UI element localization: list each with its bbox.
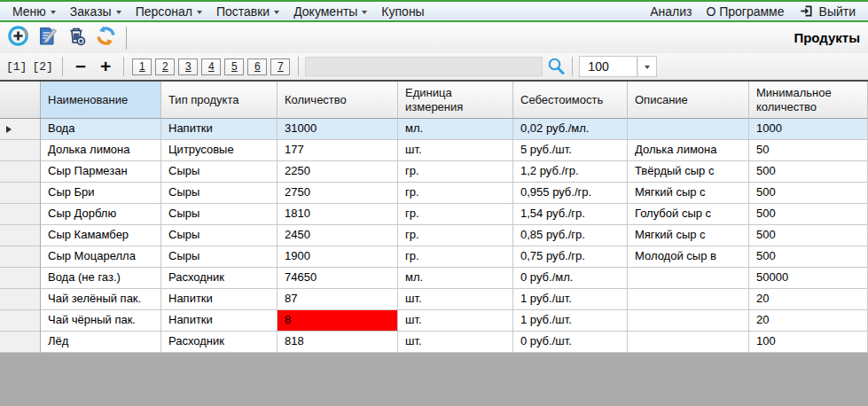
cell-min[interactable]: 500 (749, 246, 868, 268)
menubar-item-menu[interactable]: Меню (5, 2, 63, 20)
menubar-item-about[interactable]: О Программе (699, 4, 791, 19)
cell-unit[interactable]: мл. (398, 119, 513, 140)
cell-name[interactable]: Сыр Бри (41, 183, 161, 204)
cell-unit[interactable]: гр. (398, 183, 513, 204)
cell-unit[interactable]: гр. (398, 161, 513, 183)
cell-type[interactable]: Расходник (161, 268, 278, 289)
cell-min[interactable]: 500 (749, 183, 868, 204)
menubar-item-documents[interactable]: Документы (286, 2, 374, 20)
column-preset-button-5[interactable]: 5 (224, 59, 244, 75)
row-selector[interactable] (0, 140, 41, 161)
layout-button-1[interactable]: [1] (4, 60, 29, 74)
add-button[interactable] (4, 25, 31, 51)
cell-min[interactable]: 50000 (749, 268, 868, 289)
cell-min[interactable]: 20 (749, 289, 868, 310)
cell-desc[interactable]: Долька лимона (628, 140, 749, 161)
column-header-6[interactable]: Минимальное количество (749, 82, 868, 119)
column-preset-button-3[interactable]: 3 (178, 59, 198, 75)
cell-unit[interactable]: гр. (398, 246, 513, 268)
cell-unit[interactable]: шт. (398, 289, 513, 310)
delete-button[interactable] (63, 25, 90, 51)
cell-name[interactable]: Чай зелёный пак. (41, 289, 161, 310)
column-preset-button-2[interactable]: 2 (155, 59, 175, 75)
row-selector[interactable] (0, 161, 41, 183)
zoom-in-button[interactable]: + (94, 58, 117, 75)
cell-cost[interactable]: 1,54 руб./гр. (513, 204, 628, 225)
cell-desc[interactable]: Молодой сыр в (628, 246, 749, 268)
row-selector[interactable] (0, 268, 41, 289)
menubar-item-exit[interactable]: Выйти (792, 4, 863, 19)
cell-type[interactable]: Сыры (161, 225, 278, 246)
cell-desc[interactable]: Мягкий сыр с (628, 183, 749, 204)
cell-name[interactable]: Долька лимона (41, 140, 161, 161)
column-header-3[interactable]: Единица измерения (398, 82, 513, 119)
column-header-5[interactable]: Описание (628, 82, 749, 119)
row-selector[interactable] (0, 119, 41, 140)
cell-cost[interactable]: 0,75 руб./гр. (513, 246, 628, 268)
row-selector[interactable] (0, 204, 41, 225)
column-header-0[interactable]: Наименование (41, 82, 161, 119)
column-preset-button-7[interactable]: 7 (270, 59, 290, 75)
column-header-4[interactable]: Себестоимость (513, 82, 628, 119)
menubar-item-supplies[interactable]: Поставки (209, 2, 286, 20)
cell-cost[interactable]: 0,02 руб./мл. (513, 119, 628, 140)
column-header-2[interactable]: Количество (278, 82, 398, 119)
cell-desc[interactable] (628, 332, 749, 353)
cell-min[interactable]: 50 (749, 140, 868, 161)
refresh-button[interactable] (92, 25, 119, 51)
cell-name[interactable]: Сыр Дорблю (41, 204, 161, 225)
cell-type[interactable]: Сыры (161, 204, 278, 225)
cell-qty[interactable]: 31000 (278, 119, 398, 140)
cell-type[interactable]: Напитки (161, 310, 278, 332)
cell-name[interactable]: Сыр Моцарелла (41, 246, 161, 268)
column-preset-button-1[interactable]: 1 (132, 59, 152, 75)
cell-qty[interactable]: 2750 (278, 183, 398, 204)
cell-qty[interactable]: 8 (278, 310, 398, 332)
cell-qty[interactable]: 2450 (278, 225, 398, 246)
cell-min[interactable]: 500 (749, 204, 868, 225)
row-selector[interactable] (0, 225, 41, 246)
cell-desc[interactable]: Твёрдый сыр с (628, 161, 749, 183)
cell-desc[interactable] (628, 119, 749, 140)
row-selector[interactable] (0, 289, 41, 310)
search-button[interactable] (544, 56, 567, 77)
cell-name[interactable]: Сыр Пармезан (41, 161, 161, 183)
layout-button-2[interactable]: [2] (29, 60, 55, 74)
cell-cost[interactable]: 1 руб./шт. (513, 310, 628, 332)
cell-cost[interactable]: 1 руб./шт. (513, 289, 628, 310)
cell-unit[interactable]: шт. (398, 140, 513, 161)
cell-name[interactable]: Вода (не газ.) (41, 268, 161, 289)
cell-desc[interactable] (628, 310, 749, 332)
cell-desc[interactable] (628, 289, 749, 310)
page-size-value[interactable]: 100 (579, 56, 637, 77)
menubar-item-orders[interactable]: Заказы (63, 2, 129, 20)
cell-type[interactable]: Напитки (161, 289, 278, 310)
cell-qty[interactable]: 2250 (278, 161, 398, 183)
row-selector[interactable] (0, 246, 41, 268)
cell-type[interactable]: Цитрусовые (161, 140, 278, 161)
cell-min[interactable]: 500 (749, 161, 868, 183)
cell-unit[interactable]: гр. (398, 225, 513, 246)
cell-cost[interactable]: 0 руб./мл. (513, 268, 628, 289)
cell-qty[interactable]: 74650 (278, 268, 398, 289)
cell-min[interactable]: 500 (749, 225, 868, 246)
column-preset-button-6[interactable]: 6 (247, 59, 267, 75)
cell-qty[interactable]: 1810 (278, 204, 398, 225)
menubar-item-staff[interactable]: Персонал (129, 2, 209, 20)
menubar-item-coupons[interactable]: Купоны (374, 2, 431, 20)
column-preset-button-4[interactable]: 4 (201, 59, 221, 75)
page-size-dropdown-button[interactable] (637, 56, 657, 77)
cell-type[interactable]: Сыры (161, 246, 278, 268)
cell-cost[interactable]: 5 руб./шт. (513, 140, 628, 161)
cell-qty[interactable]: 87 (278, 289, 398, 310)
cell-cost[interactable]: 0,955 руб./гр. (513, 183, 628, 204)
column-header-1[interactable]: Тип продукта (161, 82, 278, 119)
cell-desc[interactable]: Голубой сыр с (628, 204, 749, 225)
cell-desc[interactable] (628, 268, 749, 289)
cell-qty[interactable]: 1900 (278, 246, 398, 268)
search-input[interactable] (305, 57, 543, 76)
cell-cost[interactable]: 1,2 руб./гр. (513, 161, 628, 183)
cell-cost[interactable]: 0,85 руб./гр. (513, 225, 628, 246)
row-selector[interactable] (0, 183, 41, 204)
cell-name[interactable]: Вода (41, 119, 161, 140)
